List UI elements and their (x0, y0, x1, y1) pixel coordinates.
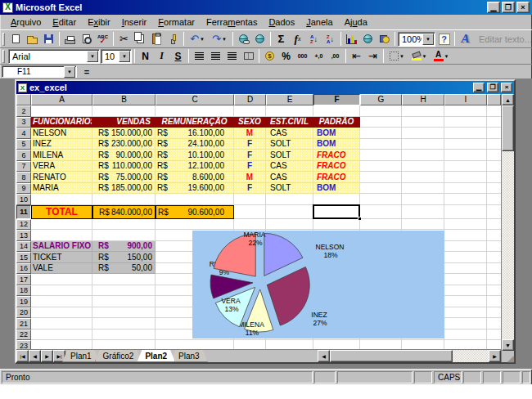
borders-dropdown-icon[interactable]: ▼ (399, 54, 404, 59)
cell-F23[interactable] (313, 340, 360, 349)
cell-E9[interactable]: SOLT (266, 183, 313, 195)
select-all-corner[interactable] (16, 94, 31, 105)
row-header-8[interactable]: 8 (16, 172, 31, 183)
row-header-21[interactable]: 21 (16, 318, 31, 330)
cell-A17[interactable] (31, 274, 92, 285)
cell-B22[interactable] (92, 330, 156, 341)
cell-F10[interactable] (313, 194, 360, 205)
name-box[interactable]: F11 ▼ (2, 65, 77, 78)
cell-I19[interactable] (444, 296, 487, 307)
col-header-E[interactable]: E (266, 94, 313, 105)
cell-partial-16[interactable] (487, 263, 501, 275)
menu-item-dados[interactable]: Dados (263, 16, 300, 29)
cell-E2[interactable] (266, 105, 313, 117)
app-title-bar[interactable]: X Microsoft Excel ▁ ❐ × (0, 0, 532, 15)
cell-G4[interactable] (360, 128, 402, 139)
cell-F8[interactable]: FRACO (313, 172, 360, 183)
row-header-11[interactable]: 11 (16, 205, 31, 219)
cell-A6[interactable]: MILENA (31, 150, 92, 161)
cell-G9[interactable] (360, 183, 402, 195)
cell-A16[interactable]: VALE (31, 263, 92, 275)
cell-I9[interactable] (444, 183, 487, 195)
col-header-A[interactable]: A (31, 94, 92, 105)
previous-sheet-button[interactable]: ◀ (29, 350, 41, 362)
currency-style-button[interactable]: $ (262, 48, 277, 64)
cell-D2[interactable] (234, 105, 266, 117)
cell-I14[interactable] (444, 241, 487, 253)
first-sheet-button[interactable]: |◀ (16, 350, 29, 362)
cell-I16[interactable] (444, 263, 487, 275)
cell-H4[interactable] (402, 128, 444, 139)
row-header-22[interactable]: 22 (16, 330, 31, 341)
cell-I22[interactable] (444, 330, 487, 341)
cell-partial-2[interactable] (487, 105, 501, 117)
cell-B19[interactable] (92, 296, 156, 307)
cell-G8[interactable] (360, 172, 402, 183)
cell-B9[interactable]: R$185.000,00 (92, 183, 156, 195)
cell-A9[interactable]: MARIA (31, 183, 92, 195)
sort-ascending-button[interactable]: A Z ↓ (306, 31, 322, 47)
cell-F4[interactable]: BOM (313, 128, 360, 139)
vertical-scroll-thumb[interactable] (502, 105, 514, 151)
cell-A10[interactable] (31, 194, 92, 205)
cell-F7[interactable]: FRACO (313, 161, 360, 173)
cell-C6[interactable]: R$10.100,00 (156, 150, 234, 161)
cell-D7[interactable]: F (234, 161, 266, 173)
sort-descending-button[interactable]: Z A ↓ (322, 31, 338, 47)
menu-item-ferramentas[interactable]: Ferramentas (201, 16, 263, 29)
cell-A8[interactable]: RENATO (31, 172, 92, 183)
cell-A19[interactable] (31, 296, 92, 307)
cell-partial-11[interactable] (487, 205, 501, 219)
cell-selection-F11[interactable] (313, 204, 360, 219)
font-color-dropdown-icon[interactable]: ▼ (444, 54, 449, 59)
cell-G2[interactable] (360, 105, 402, 117)
cell-H12[interactable] (402, 219, 444, 231)
cell-partial-19[interactable] (487, 296, 501, 307)
cell-H3[interactable] (402, 117, 444, 128)
cell-E23[interactable] (266, 340, 313, 349)
cell-I12[interactable] (444, 219, 487, 231)
cell-F6[interactable]: FRACO (313, 150, 360, 161)
cell-I4[interactable] (444, 128, 487, 139)
edit-text-button[interactable]: Editar texto... (474, 34, 532, 44)
cell-B21[interactable] (92, 318, 156, 330)
row-header-15[interactable]: 15 (16, 252, 31, 263)
cell-partial-7[interactable] (487, 161, 501, 173)
workbook-minimize-button[interactable]: ▁ (473, 83, 485, 92)
increase-decimal-button[interactable]: +,0 (311, 48, 327, 64)
cut-button[interactable]: ✂ (116, 31, 132, 47)
decrease-decimal-button[interactable]: ,00 (327, 48, 343, 64)
cell-G12[interactable] (360, 219, 402, 231)
cell-E7[interactable]: CAS (266, 161, 313, 173)
cell-C12[interactable] (156, 219, 234, 231)
cell-A22[interactable] (31, 330, 92, 341)
undo-dropdown-icon[interactable]: ▼ (200, 37, 205, 42)
cell-A18[interactable] (31, 285, 92, 297)
cell-I10[interactable] (444, 194, 487, 205)
col-header-C[interactable]: C (156, 94, 234, 105)
size-dropdown-icon[interactable]: ▼ (119, 51, 130, 62)
row-header-5[interactable]: 5 (16, 139, 31, 150)
cell-partial-23[interactable] (487, 340, 501, 349)
cell-B4[interactable]: R$150.000,00 (92, 128, 156, 139)
align-left-button[interactable] (192, 48, 207, 64)
autosum-button[interactable]: Σ (273, 31, 289, 47)
cell-partial-20[interactable] (487, 307, 501, 319)
cell-B15[interactable]: R$150,00 (92, 252, 156, 263)
workbook-title-bar[interactable]: X ex_excel ▁ ❐ × (16, 81, 514, 94)
col-header-F[interactable]: F (313, 94, 360, 105)
format-painter-button[interactable] (165, 31, 181, 47)
horizontal-scrollbar[interactable]: ◀ ▶ (318, 350, 501, 362)
percent-style-button[interactable]: % (278, 48, 294, 64)
cell-D12[interactable] (234, 219, 266, 231)
menu-item-inserir[interactable]: Inserir (116, 16, 153, 29)
col-header-G[interactable]: G (360, 94, 402, 105)
row-header-7[interactable]: 7 (16, 161, 31, 173)
cell-H23[interactable] (402, 340, 444, 349)
cell-A15[interactable]: TICKET (31, 252, 92, 263)
menu-item-ajuda[interactable]: Ajuda (339, 16, 373, 29)
menu-item-exibir[interactable]: Exibir (82, 16, 116, 29)
menu-item-editar[interactable]: Editar (47, 16, 82, 29)
col-header-H[interactable]: H (402, 94, 444, 105)
cell-C11[interactable]: R$90.600,00 (156, 205, 234, 219)
